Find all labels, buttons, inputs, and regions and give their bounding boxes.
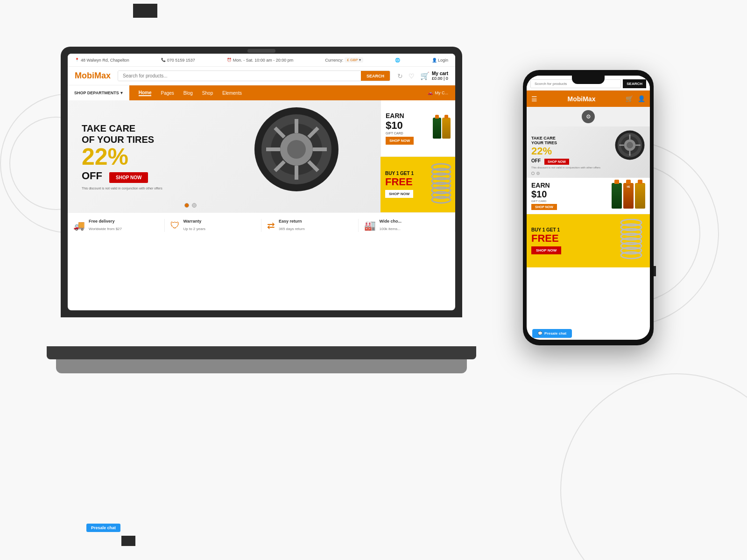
- feature-choice-text: Wide cho... 100k items...: [380, 219, 402, 232]
- nav-blog[interactable]: Blog: [183, 91, 193, 96]
- tire-image: [250, 103, 352, 210]
- svg-point-37: [621, 252, 641, 259]
- phone-spring-image: [617, 219, 645, 263]
- laptop-base: [47, 346, 476, 359]
- hamburger-icon[interactable]: ☰: [531, 95, 537, 103]
- hero-off: OFF: [82, 170, 102, 182]
- deco-circle-5: [560, 373, 747, 560]
- hero-percent: 22%: [82, 145, 203, 168]
- topbar-currency[interactable]: Currency: £ GBP ▾: [325, 57, 363, 63]
- phone-tire-image: [613, 129, 646, 161]
- nav-elements[interactable]: Elements: [222, 91, 242, 96]
- laptop-screen: 📍 48 Walwyn Rd, Chapelton 📞 070 5159 153…: [68, 54, 455, 310]
- earn-promo: EARN $10 GIFT CARD SHOP NOW: [381, 100, 455, 157]
- hero-disclaimer: This discount is not valid in conjunctio…: [82, 187, 166, 190]
- site-logo[interactable]: MobiMax: [75, 71, 111, 81]
- feature-return: ⇄ Easy return 365 days return: [261, 219, 359, 232]
- svg-point-25: [627, 142, 633, 148]
- nav-pages[interactable]: Pages: [161, 91, 174, 96]
- phone-earn-shop-button[interactable]: SHOP NOW: [531, 204, 557, 210]
- phone-dot-2[interactable]: [536, 172, 540, 175]
- hero-content: TAKE CARE OF YOUR TIRES 22% OFF SHOP NOW…: [68, 113, 217, 199]
- deco-rect-1: [133, 4, 157, 18]
- hero-carousel-dots: [184, 203, 197, 208]
- site-header: MobiMax SEARCH ↻ ♡ 🛒 My cart £0.00 | 0: [68, 67, 455, 85]
- laptop-stand: [56, 359, 467, 373]
- nav-home[interactable]: Home: [139, 90, 152, 96]
- my-car-button[interactable]: 🚗 My C...: [428, 91, 456, 95]
- svg-point-20: [432, 196, 451, 203]
- phone-oil-bottles: HE: [612, 183, 645, 209]
- phone-earn-section: EARN $10 GIFT CARD SHOP NOW HE: [527, 178, 650, 214]
- phone-buy-shop-button[interactable]: SHOP NOW: [531, 246, 561, 254]
- phone-hero-dots: [531, 172, 540, 175]
- deco-rect-3: [121, 536, 135, 546]
- phone-device: SEARCH ☰ MobiMax 🛒 👤 ⚙: [523, 70, 654, 345]
- warranty-icon: 🛡: [170, 220, 180, 231]
- shop-departments-button[interactable]: SHOP DEPARTMENTS ▾: [68, 85, 129, 100]
- refresh-icon[interactable]: ↻: [397, 72, 403, 80]
- buy1-shop-button[interactable]: SHOP NOW: [385, 190, 413, 198]
- hero-dot-2[interactable]: [192, 203, 197, 208]
- nav-links: Home Pages Blog Shop Elements: [129, 90, 251, 96]
- hero-shop-now-button[interactable]: SHOP NOW: [109, 172, 148, 183]
- cart-button[interactable]: 🛒 My cart £0.00 | 0: [420, 71, 448, 81]
- clock-icon: ⏰: [227, 58, 232, 62]
- search-button[interactable]: SEARCH: [361, 71, 390, 81]
- topbar-address: 📍 48 Walwyn Rd, Chapelton: [75, 58, 129, 63]
- phone-earn-text: EARN $10 GIFT CARD SHOP NOW: [531, 182, 557, 210]
- pin-icon: 📍: [75, 58, 79, 62]
- header-icons: ↻ ♡ 🛒 My cart £0.00 | 0: [397, 71, 448, 81]
- currency-selector[interactable]: £ GBP ▾: [345, 57, 363, 63]
- phone-hero: TAKE CARE YOUR TIRES 22% OFF SHOP NOW Th…: [527, 126, 650, 178]
- main-nav: SHOP DEPARTMENTS ▾ Home Pages Blog Shop …: [68, 85, 455, 100]
- wishlist-icon[interactable]: ♡: [409, 72, 415, 80]
- earn-promo-text: EARN $10 GIFT CARD SHOP NOW: [386, 112, 414, 145]
- phone-body: SEARCH ☰ MobiMax 🛒 👤 ⚙: [523, 70, 654, 345]
- phone-buy1get1-section: BUY 1 GET 1 FREE SHOP NOW: [527, 214, 650, 267]
- search-input[interactable]: [118, 71, 361, 81]
- earn-shop-button[interactable]: SHOP NOW: [386, 137, 414, 145]
- features-bar: 🚚 Free delivery Worldwide from $27 🛡 War…: [68, 212, 455, 238]
- oil-bottles: [433, 118, 451, 139]
- phone-cart-icon[interactable]: 🛒: [626, 95, 633, 102]
- delivery-icon: 🚚: [73, 220, 85, 231]
- login-button[interactable]: 👤 Login: [432, 58, 448, 63]
- nav-shop[interactable]: Shop: [202, 91, 213, 96]
- search-bar: SEARCH: [118, 70, 390, 81]
- laptop-camera: [247, 49, 275, 53]
- feature-delivery: 🚚 Free delivery Worldwide from $27: [68, 219, 165, 232]
- presale-chat-button[interactable]: Presale chat: [86, 524, 120, 532]
- svg-point-4: [287, 140, 306, 159]
- hero-dot-1[interactable]: [184, 203, 189, 208]
- phone-dot-1[interactable]: [531, 172, 535, 175]
- topbar: 📍 48 Walwyn Rd, Chapelton 📞 070 5159 153…: [68, 54, 455, 67]
- phone-nav: ☰ MobiMax 🛒 👤: [527, 91, 650, 107]
- laptop-body: 📍 48 Walwyn Rd, Chapelton 📞 070 5159 153…: [61, 47, 462, 317]
- buy1get1-promo: BUY 1 GET 1 FREE SHOP NOW: [381, 157, 455, 213]
- phone-search-button[interactable]: SEARCH: [623, 79, 646, 88]
- feature-choice: 🏭 Wide cho... 100k items...: [359, 219, 456, 232]
- phone-shop-now-button[interactable]: SHOP NOW: [544, 159, 569, 165]
- feature-warranty-text: Warranty Up to 2 years: [183, 219, 206, 232]
- topbar-phone: 📞 070 5159 1537: [161, 58, 195, 63]
- hero-title: TAKE CARE OF YOUR TIRES: [82, 123, 203, 145]
- choice-icon: 🏭: [364, 220, 376, 231]
- phone-buy-text: BUY 1 GET 1 FREE SHOP NOW: [531, 227, 561, 254]
- phone-logo[interactable]: MobiMax: [568, 95, 596, 103]
- phone-settings-bar: ⚙: [527, 107, 650, 126]
- feature-delivery-text: Free delivery Worldwide from $27: [89, 219, 122, 232]
- phone-nav-icons: 🛒 👤: [626, 95, 645, 102]
- topbar-hours: ⏰ Mon. - Sat. 10:00 am - 20:00 pm: [227, 58, 294, 63]
- phone-screen: SEARCH ☰ MobiMax 🛒 👤 ⚙: [527, 76, 650, 340]
- return-icon: ⇄: [267, 220, 275, 231]
- hero-sidebar: EARN $10 GIFT CARD SHOP NOW: [381, 100, 455, 212]
- phone-user-icon[interactable]: 👤: [638, 95, 645, 102]
- phone-icon: 📞: [161, 58, 166, 62]
- topbar-globe[interactable]: 🌐: [395, 58, 400, 63]
- cart-icon: 🛒: [420, 71, 430, 80]
- phone-notch: [572, 76, 605, 84]
- phone-settings-button[interactable]: ⚙: [582, 110, 595, 123]
- phone-presale-button[interactable]: 💬 Presale chat: [532, 329, 572, 338]
- hero-banner: TAKE CARE OF YOUR TIRES 22% OFF SHOP NOW…: [68, 100, 455, 212]
